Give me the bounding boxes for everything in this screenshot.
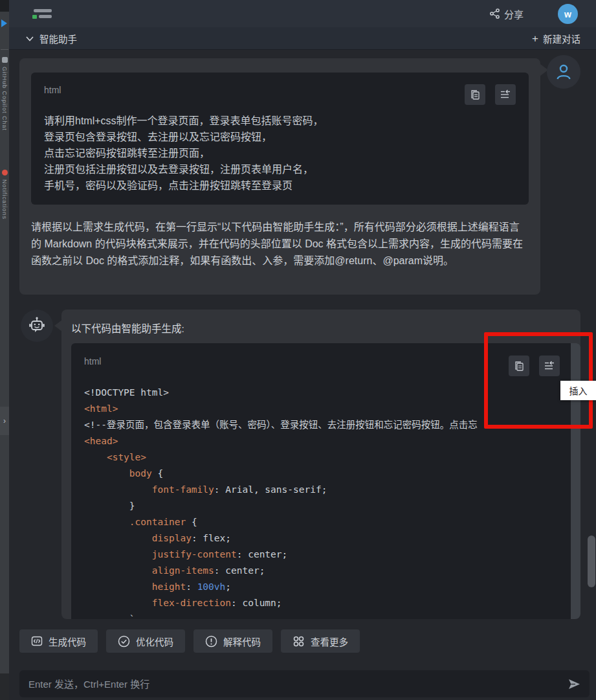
code-line: .container { <box>84 514 580 530</box>
insert-tooltip: 插入 <box>560 381 596 400</box>
code-line: font-family: Arial, sans-serif; <box>84 482 580 498</box>
code-line: display: flex; <box>84 530 580 547</box>
code-line: body { <box>84 466 580 482</box>
user-code-lines: 请利用html+css制作一个登录页面，登录表单包括账号密码，登录页包含登录按钮… <box>44 113 516 194</box>
page-title: 智能助手 <box>39 32 77 45</box>
code-line: } <box>84 498 580 514</box>
code-line: 点击忘记密码按钮跳转至注册页面， <box>44 145 516 161</box>
code-line: 登录页包含登录按钮、去注册以及忘记密码按钮， <box>44 129 516 145</box>
assistant-code-block: html <!DOCTYPE html><html><!--登 <box>71 343 580 619</box>
code-line: <style> <box>84 449 580 466</box>
chevron-down-icon <box>26 36 34 41</box>
user-message-bubble: html 请利用html+css制作一个登录页面，登录表单包括 <box>19 58 540 295</box>
panel-scrollbar[interactable] <box>588 536 595 587</box>
exclaim-circle-icon <box>205 635 217 648</box>
code-line: ` <box>84 611 580 619</box>
robot-icon <box>27 316 47 335</box>
explain-code-button[interactable]: 解释代码 <box>193 629 272 653</box>
copy-code-button[interactable] <box>509 356 529 376</box>
code-line: justify-content: center; <box>84 547 580 563</box>
code-line: <head> <box>84 433 580 449</box>
user-avatar <box>547 55 580 89</box>
rail-divider <box>1 49 8 50</box>
copy-code-button[interactable] <box>465 84 485 105</box>
generate-code-button[interactable]: 生成代码 <box>19 629 98 653</box>
message-input[interactable] <box>28 679 562 690</box>
insert-code-button[interactable] <box>495 84 516 105</box>
code-line: <html> <box>84 401 580 417</box>
send-icon[interactable] <box>568 679 580 690</box>
optimize-code-button[interactable]: 优化代码 <box>106 629 185 653</box>
more-grid-icon <box>292 635 305 648</box>
rail-top-cap <box>0 0 9 12</box>
code-line: align-items: center; <box>84 563 580 579</box>
code-line: <!--登录页面，包含登录表单（账号、密码）、登录按钮、去注册按钮和忘记密码按钮… <box>84 417 580 433</box>
assistant-rail-icon[interactable] <box>1 19 7 27</box>
share-button[interactable]: 分享 <box>490 0 524 27</box>
check-circle-icon <box>118 635 130 648</box>
assistant-message-bubble: 以下代码由智能助手生成: html <! <box>61 310 580 619</box>
topbar: 分享 w <box>9 0 596 27</box>
panel-title-group[interactable]: 智能助手 <box>26 27 77 50</box>
rail-item-copilot-chat[interactable]: GitHub Copilot Chat <box>0 57 9 131</box>
action-label: 生成代码 <box>49 635 86 648</box>
rail-item-notifications[interactable]: Notifications <box>0 170 9 220</box>
share-label: 分享 <box>504 7 524 21</box>
ide-left-rail: GitHub Copilot Chat Notifications › <box>0 0 9 700</box>
code-language-label: html <box>84 356 101 367</box>
person-icon <box>554 62 573 82</box>
code-line: 注册页包括注册按钮以及去登录按钮，注册页表单用户名， <box>44 161 516 177</box>
rail-item-label: GitHub Copilot Chat <box>1 67 8 131</box>
rail-expand-chevron[interactable]: › <box>0 407 9 435</box>
code-icon <box>31 635 43 647</box>
menu-icon[interactable] <box>32 9 53 19</box>
action-label: 解释代码 <box>223 635 261 648</box>
plus-icon: + <box>532 33 538 44</box>
action-label: 优化代码 <box>136 635 173 648</box>
assistant-avatar <box>21 310 53 342</box>
rail-item-label: Notifications <box>1 179 8 220</box>
notifications-icon <box>2 170 8 175</box>
action-label: 查看更多 <box>311 635 348 648</box>
user-message-text: 请根据以上需求生成代码，在第一行显示“以下代码由智能助手生成：”，所有代码部分必… <box>31 219 529 269</box>
user-code-block: html 请利用html+css制作一个登录页面，登录表单包括 <box>31 73 529 205</box>
user-avatar-topbar[interactable]: w <box>558 4 578 24</box>
new-chat-label: 新建对话 <box>543 32 580 45</box>
assistant-panel: GitHub Copilot Chat Notifications › 分享 <box>0 0 596 700</box>
quick-actions-bar: 生成代码 优化代码 解释代码 <box>19 629 360 653</box>
insert-code-button[interactable] <box>539 356 560 376</box>
assistant-code-lines: <!DOCTYPE html><html><!--登录页面，包含登录表单（账号、… <box>84 385 580 619</box>
code-line: 手机号，密码以及验证码，点击注册按钮跳转至登录页 <box>44 177 516 194</box>
code-line: flex-direction: column; <box>84 595 580 611</box>
panel-header: 智能助手 + 新建对话 <box>9 27 596 50</box>
message-composer <box>19 670 590 697</box>
code-language-label: html <box>44 85 61 95</box>
see-more-button[interactable]: 查看更多 <box>281 629 360 653</box>
github-icon <box>2 57 8 63</box>
code-line: height: 100vh; <box>84 579 580 595</box>
assistant-intro-text: 以下代码由智能助手生成: <box>71 321 184 335</box>
new-chat-button[interactable]: + 新建对话 <box>532 27 580 50</box>
rail-bottom-cap <box>0 673 9 700</box>
code-line: 请利用html+css制作一个登录页面，登录表单包括账号密码， <box>44 113 516 129</box>
code-line: <!DOCTYPE html> <box>84 385 580 401</box>
share-icon <box>490 8 500 19</box>
